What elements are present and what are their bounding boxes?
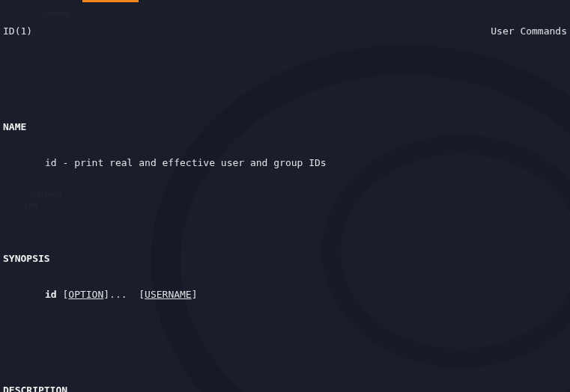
man-header-left: ID(1) bbox=[3, 25, 32, 37]
synopsis-arg: USERNAME bbox=[145, 289, 192, 300]
man-header-right: User Commands bbox=[491, 25, 567, 37]
section-heading-name: NAME bbox=[3, 121, 567, 133]
name-text: id - print real and effective user and g… bbox=[3, 157, 567, 169]
synopsis-close: ] bbox=[192, 289, 198, 300]
synopsis-cmd: id bbox=[45, 289, 57, 300]
man-page: ID(1) User Commands NAME id - print real… bbox=[0, 0, 570, 392]
man-header: ID(1) User Commands bbox=[3, 25, 567, 37]
section-heading-synopsis: SYNOPSIS bbox=[3, 253, 567, 265]
synopsis-arg: OPTION bbox=[68, 289, 103, 300]
synopsis-sep: ]... [ bbox=[103, 289, 145, 300]
section-heading-description: DESCRIPTION bbox=[3, 385, 567, 392]
synopsis-line: id [OPTION]... [USERNAME] bbox=[3, 289, 567, 301]
